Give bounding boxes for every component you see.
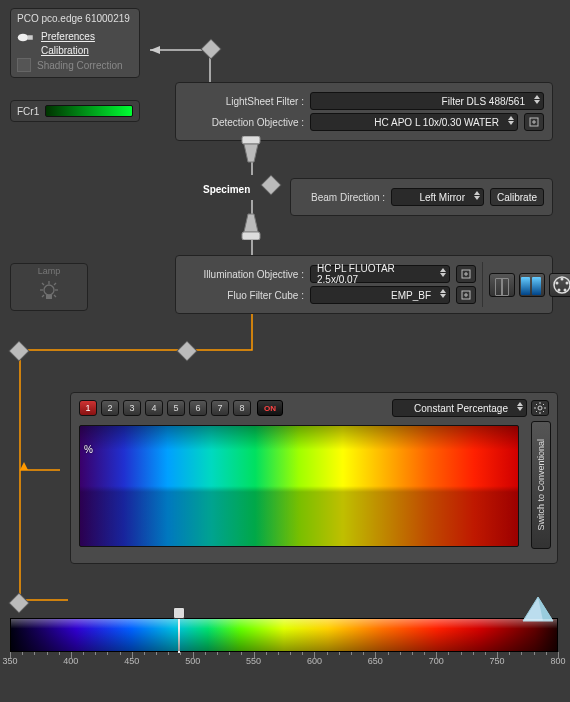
svg-line-44: [543, 411, 544, 412]
wavelength-spectrum: 350400450500550600650700750800: [10, 618, 558, 668]
illumination-objective-select[interactable]: HC PL FLUOTAR 2.5x/0.07: [310, 265, 450, 283]
switch-to-conventional-button[interactable]: Switch to Conventional: [531, 421, 551, 549]
lightsheet-filter-select[interactable]: Filter DLS 488/561: [310, 92, 544, 110]
ruler-label: 600: [307, 656, 322, 666]
lamp-icon: [38, 280, 60, 302]
ruler-label: 700: [429, 656, 444, 666]
svg-rect-4: [9, 341, 29, 361]
laser-on-toggle[interactable]: ON: [257, 400, 283, 416]
ruler-label: 350: [2, 656, 17, 666]
fcr-color-bar[interactable]: [45, 105, 133, 117]
laser-head: 1 2 3 4 5 6 7 8 ON Constant Percentage: [79, 399, 549, 417]
filter-wheel-button[interactable]: [549, 273, 570, 297]
svg-point-26: [558, 288, 561, 291]
shading-checkbox[interactable]: [17, 58, 31, 72]
lightsheet-filter-value: Filter DLS 488/561: [442, 96, 525, 107]
illumination-objective-value: HC PL FLUOTAR 2.5x/0.07: [317, 263, 431, 285]
svg-line-46: [536, 411, 537, 412]
stepper-icon: [534, 95, 540, 104]
intensity-mode-select[interactable]: Constant Percentage: [392, 399, 527, 417]
stepper-icon: [474, 191, 480, 200]
svg-rect-37: [46, 295, 52, 299]
detection-objective-value: HC APO L 10x/0.30 WATER: [374, 117, 499, 128]
laser-line-8[interactable]: 8: [233, 400, 251, 416]
ifw-button[interactable]: [489, 273, 515, 297]
ruler-label: 800: [550, 656, 565, 666]
svg-rect-14: [242, 136, 260, 144]
ruler-label: 550: [246, 656, 261, 666]
beam-direction-label: Beam Direction :: [299, 192, 385, 203]
svg-line-33: [42, 283, 44, 285]
lightsheet-filter-label: LightSheet Filter :: [184, 96, 304, 107]
fluo-filter-cube-add-button[interactable]: [456, 286, 476, 304]
laser-line-5[interactable]: 5: [167, 400, 185, 416]
svg-rect-15: [242, 232, 260, 240]
detection-objective-add-button[interactable]: [524, 113, 544, 131]
percent-symbol: %: [84, 444, 93, 455]
fcr-label: FCr1: [17, 106, 39, 117]
calibration-link[interactable]: Calibration: [41, 45, 89, 56]
laser-settings-button[interactable]: [531, 400, 549, 416]
laser-line-2[interactable]: 2: [101, 400, 119, 416]
svg-marker-8: [20, 462, 28, 470]
beam-direction-select[interactable]: Left Mirror: [391, 188, 484, 206]
illumination-panel: Illumination Objective : HC PL FLUOTAR 2…: [175, 255, 553, 314]
laser-line-3[interactable]: 3: [123, 400, 141, 416]
fluo-filter-cube-value: EMP_BF: [391, 290, 431, 301]
beam-direction-panel: Beam Direction : Left Mirror Calibrate: [290, 178, 553, 216]
filter-cube-button[interactable]: [519, 273, 545, 297]
svg-line-36: [42, 295, 44, 297]
preferences-link[interactable]: Preferences: [41, 31, 95, 42]
camera-title: PCO pco.edge 61000219: [11, 13, 139, 28]
gear-icon: [534, 402, 546, 414]
beam-direction-value: Left Mirror: [419, 192, 465, 203]
svg-line-34: [54, 295, 56, 297]
camera-panel: PCO pco.edge 61000219 Preferences Calibr…: [10, 8, 140, 78]
fcr-panel: FCr1: [10, 100, 140, 122]
calibrate-button[interactable]: Calibrate: [490, 188, 544, 206]
detection-objective-label: Detection Objective :: [184, 117, 304, 128]
laser-line-4[interactable]: 4: [145, 400, 163, 416]
spectrum-bar[interactable]: [10, 618, 558, 652]
svg-rect-6: [9, 593, 29, 613]
svg-point-9: [18, 34, 29, 42]
stepper-icon: [517, 402, 523, 411]
ruler-label: 750: [490, 656, 505, 666]
laser-line-7[interactable]: 7: [211, 400, 229, 416]
shading-row: Shading Correction: [11, 57, 139, 73]
illumination-objective-label: Illumination Objective :: [184, 269, 304, 280]
intensity-mode-value: Constant Percentage: [414, 403, 508, 414]
detection-objective-select[interactable]: HC APO L 10x/0.30 WATER: [310, 113, 518, 131]
ruler-label: 400: [63, 656, 78, 666]
svg-point-23: [561, 277, 564, 280]
ruler-label: 450: [124, 656, 139, 666]
shading-label: Shading Correction: [37, 60, 123, 71]
ruler-label: 500: [185, 656, 200, 666]
preferences-row[interactable]: Preferences: [11, 28, 139, 44]
svg-marker-7: [150, 46, 160, 54]
svg-point-38: [538, 406, 542, 410]
illumination-objective-add-button[interactable]: [456, 265, 476, 283]
detection-panel: LightSheet Filter : Filter DLS 488/561 D…: [175, 82, 553, 141]
stepper-icon: [440, 289, 446, 298]
stepper-icon: [508, 116, 514, 125]
fluo-filter-cube-select[interactable]: EMP_BF: [310, 286, 450, 304]
laser-intensity-spectrum[interactable]: %: [79, 425, 519, 547]
laser-line-1[interactable]: 1: [79, 400, 97, 416]
laser-line-6[interactable]: 6: [189, 400, 207, 416]
svg-line-35: [54, 283, 56, 285]
ruler-label: 650: [368, 656, 383, 666]
svg-rect-2: [201, 39, 221, 59]
svg-point-25: [564, 288, 567, 291]
fluo-filter-cube-label: Fluo Filter Cube :: [184, 290, 304, 301]
svg-line-45: [543, 404, 544, 405]
calibration-row[interactable]: Calibration: [11, 44, 139, 57]
svg-point-27: [556, 281, 559, 284]
svg-rect-5: [177, 341, 197, 361]
laser-panel: 1 2 3 4 5 6 7 8 ON Constant Percentage %…: [70, 392, 558, 564]
lamp-title: Lamp: [11, 266, 87, 276]
svg-rect-10: [28, 35, 33, 40]
switch-label: Switch to Conventional: [536, 439, 546, 531]
wavelength-marker[interactable]: [173, 607, 185, 651]
stepper-icon: [440, 268, 446, 277]
